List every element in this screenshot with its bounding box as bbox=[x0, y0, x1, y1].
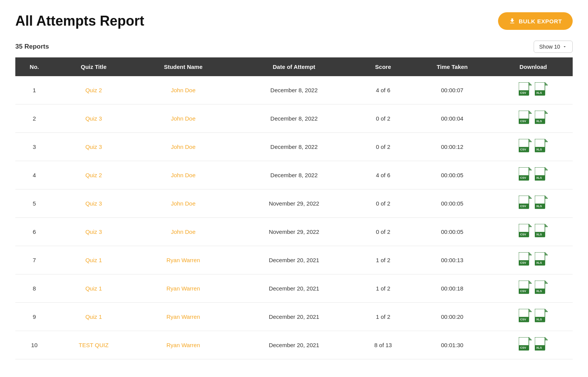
xls-file-icon[interactable]: XLS bbox=[535, 196, 548, 210]
table-meta: 35 Reports Show 10 bbox=[15, 41, 573, 53]
download-icons: CSV XLS bbox=[498, 252, 568, 268]
svg-text:XLS: XLS bbox=[536, 289, 542, 293]
csv-file-icon[interactable]: CSV bbox=[519, 281, 532, 295]
csv-download-btn[interactable]: CSV bbox=[519, 281, 532, 296]
cell-student: John Doe bbox=[134, 104, 233, 133]
xls-file-icon[interactable]: XLS bbox=[535, 252, 548, 267]
xls-download-btn[interactable]: XLS bbox=[535, 82, 548, 98]
student-link[interactable]: Ryan Warren bbox=[167, 342, 200, 348]
quiz-link[interactable]: Quiz 3 bbox=[85, 228, 102, 235]
quiz-link[interactable]: Quiz 1 bbox=[85, 257, 102, 263]
student-link[interactable]: John Doe bbox=[171, 200, 196, 207]
pagination: PREVIOUS Page of 4 NEXT bbox=[15, 372, 573, 377]
student-link[interactable]: John Doe bbox=[171, 144, 196, 150]
cell-no: 8 bbox=[15, 274, 53, 303]
csv-file-icon[interactable]: CSV bbox=[519, 139, 532, 153]
quiz-link[interactable]: Quiz 2 bbox=[85, 172, 102, 178]
xls-file-icon[interactable]: XLS bbox=[535, 224, 548, 238]
csv-file-icon[interactable]: CSV bbox=[519, 82, 532, 97]
cell-download: CSV XLS bbox=[494, 274, 573, 303]
csv-download-btn[interactable]: CSV bbox=[519, 167, 532, 183]
xls-download-btn[interactable]: XLS bbox=[535, 281, 548, 296]
csv-download-btn[interactable]: CSV bbox=[519, 224, 532, 240]
csv-download-btn[interactable]: CSV bbox=[519, 139, 532, 155]
page-title: All Attempts Report bbox=[15, 13, 144, 29]
cell-download: CSV XLS bbox=[494, 246, 573, 274]
col-score: Score bbox=[356, 57, 411, 76]
cell-quiz: Quiz 3 bbox=[53, 104, 134, 133]
quiz-link[interactable]: Quiz 1 bbox=[85, 285, 102, 292]
csv-download-btn[interactable]: CSV bbox=[519, 337, 532, 353]
xls-download-btn[interactable]: XLS bbox=[535, 224, 548, 240]
quiz-link[interactable]: Quiz 1 bbox=[85, 313, 102, 320]
csv-file-icon[interactable]: CSV bbox=[519, 167, 532, 182]
xls-file-icon[interactable]: XLS bbox=[535, 309, 548, 323]
cell-quiz: Quiz 2 bbox=[53, 76, 134, 104]
csv-download-btn[interactable]: CSV bbox=[519, 196, 532, 211]
csv-file-icon[interactable]: CSV bbox=[519, 309, 532, 323]
show-select[interactable]: Show 10 bbox=[534, 41, 573, 53]
csv-file-icon[interactable]: CSV bbox=[519, 224, 532, 238]
cell-score: 0 of 2 bbox=[356, 189, 411, 218]
xls-download-btn[interactable]: XLS bbox=[535, 252, 548, 268]
xls-file-icon[interactable]: XLS bbox=[535, 337, 548, 352]
student-link[interactable]: John Doe bbox=[171, 228, 196, 235]
cell-date: December 8, 2022 bbox=[232, 76, 355, 104]
table-body: 1 Quiz 2 John Doe December 8, 2022 4 of … bbox=[15, 76, 573, 359]
quiz-link[interactable]: Quiz 3 bbox=[85, 200, 102, 207]
download-icons: CSV XLS bbox=[498, 337, 568, 353]
cell-no: 7 bbox=[15, 246, 53, 274]
bulk-export-button[interactable]: BULK EXPORT bbox=[498, 12, 573, 30]
cell-score: 4 of 6 bbox=[356, 76, 411, 104]
xls-file-icon[interactable]: XLS bbox=[535, 281, 548, 295]
xls-download-btn[interactable]: XLS bbox=[535, 309, 548, 325]
csv-file-icon[interactable]: CSV bbox=[519, 337, 532, 352]
page-header: All Attempts Report BULK EXPORT bbox=[15, 12, 573, 30]
csv-download-btn[interactable]: CSV bbox=[519, 111, 532, 126]
cell-time: 00:00:18 bbox=[411, 274, 494, 303]
download-icons: CSV XLS bbox=[498, 82, 568, 98]
xls-file-icon[interactable]: XLS bbox=[535, 139, 548, 153]
cell-time: 00:00:05 bbox=[411, 161, 494, 189]
cell-quiz: Quiz 3 bbox=[53, 189, 134, 218]
table-row: 6 Quiz 3 John Doe November 29, 2022 0 of… bbox=[15, 218, 573, 246]
student-link[interactable]: John Doe bbox=[171, 172, 196, 178]
cell-no: 10 bbox=[15, 331, 53, 359]
svg-text:XLS: XLS bbox=[536, 148, 542, 151]
csv-file-icon[interactable]: CSV bbox=[519, 252, 532, 267]
xls-file-icon[interactable]: XLS bbox=[535, 82, 548, 97]
xls-download-btn[interactable]: XLS bbox=[535, 167, 548, 183]
quiz-link[interactable]: Quiz 3 bbox=[85, 115, 102, 122]
svg-text:CSV: CSV bbox=[520, 261, 526, 264]
student-link[interactable]: John Doe bbox=[171, 115, 196, 122]
svg-text:CSV: CSV bbox=[520, 91, 526, 95]
cell-student: Ryan Warren bbox=[134, 303, 233, 331]
student-link[interactable]: Ryan Warren bbox=[167, 313, 200, 320]
header-row: No. Quiz Title Student Name Date of Atte… bbox=[15, 57, 573, 76]
quiz-link[interactable]: Quiz 3 bbox=[85, 144, 102, 150]
csv-download-btn[interactable]: CSV bbox=[519, 82, 532, 98]
download-icons: CSV XLS bbox=[498, 139, 568, 155]
col-quiz-title: Quiz Title bbox=[53, 57, 134, 76]
student-link[interactable]: John Doe bbox=[171, 87, 196, 93]
student-link[interactable]: Ryan Warren bbox=[167, 257, 200, 263]
xls-download-btn[interactable]: XLS bbox=[535, 196, 548, 211]
xls-file-icon[interactable]: XLS bbox=[535, 167, 548, 182]
csv-file-icon[interactable]: CSV bbox=[519, 196, 532, 210]
svg-text:CSV: CSV bbox=[520, 346, 526, 349]
cell-student: Ryan Warren bbox=[134, 274, 233, 303]
xls-download-btn[interactable]: XLS bbox=[535, 139, 548, 155]
student-link[interactable]: Ryan Warren bbox=[167, 285, 200, 292]
xls-file-icon[interactable]: XLS bbox=[535, 111, 548, 125]
csv-download-btn[interactable]: CSV bbox=[519, 309, 532, 325]
xls-download-btn[interactable]: XLS bbox=[535, 337, 548, 353]
xls-download-btn[interactable]: XLS bbox=[535, 111, 548, 126]
csv-file-icon[interactable]: CSV bbox=[519, 111, 532, 125]
cell-date: December 20, 2021 bbox=[232, 246, 355, 274]
quiz-link[interactable]: Quiz 2 bbox=[85, 87, 102, 93]
cell-download: CSV XLS bbox=[494, 133, 573, 161]
csv-download-btn[interactable]: CSV bbox=[519, 252, 532, 268]
cell-score: 1 of 2 bbox=[356, 246, 411, 274]
cell-time: 00:00:07 bbox=[411, 76, 494, 104]
quiz-link[interactable]: TEST QUIZ bbox=[79, 342, 109, 348]
